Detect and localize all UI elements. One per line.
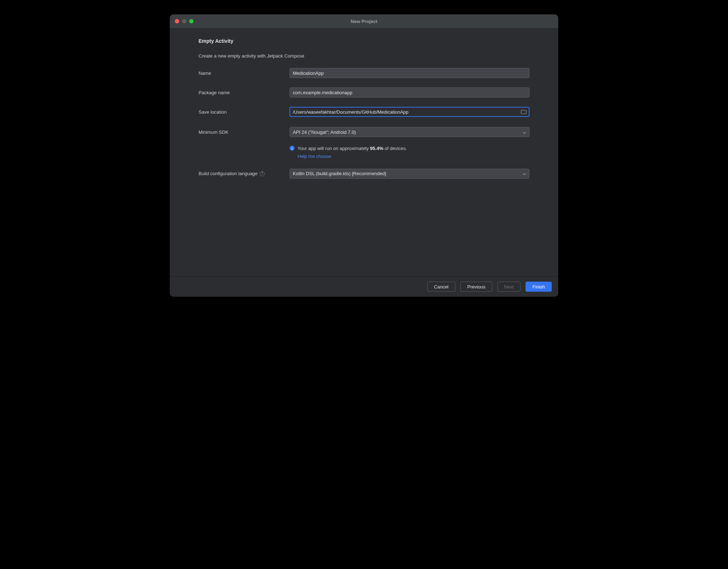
page-heading: Empty Activity [199, 38, 529, 44]
page-description: Create a new empty activity with Jetpack… [199, 53, 529, 59]
browse-folder-icon[interactable] [521, 109, 527, 114]
help-icon[interactable]: ? [260, 171, 265, 176]
window-controls [170, 19, 194, 23]
dialog-content: Empty Activity Create a new empty activi… [170, 28, 558, 276]
sdk-info-text: Your app will run on approximately 95.4%… [297, 145, 407, 152]
package-row: Package name [199, 87, 529, 97]
build-lang-row: Build configuration language ? Kotlin DS… [199, 169, 529, 179]
name-input[interactable] [290, 68, 529, 78]
save-location-input[interactable] [290, 107, 529, 117]
min-sdk-value: API 24 ("Nougat"; Android 7.0) [293, 129, 356, 135]
build-lang-select[interactable]: Kotlin DSL (build.gradle.kts) [Recommend… [290, 169, 529, 179]
min-sdk-label: Minimum SDK [199, 129, 290, 135]
close-window-button[interactable] [175, 19, 179, 23]
info-icon: i [290, 146, 295, 153]
next-button: Next [497, 282, 521, 292]
svg-text:i: i [292, 146, 293, 150]
save-location-row: Save location [199, 107, 529, 117]
finish-button[interactable]: Finish [525, 282, 552, 292]
previous-button[interactable]: Previous [460, 282, 492, 292]
chevron-down-icon [523, 171, 526, 176]
build-lang-value: Kotlin DSL (build.gradle.kts) [Recommend… [293, 171, 386, 176]
maximize-window-button[interactable] [189, 19, 194, 23]
new-project-dialog: New Project Empty Activity Create a new … [170, 14, 558, 297]
sdk-info-block: i Your app will run on approximately 95.… [290, 145, 529, 159]
min-sdk-row: Minimum SDK API 24 ("Nougat"; Android 7.… [199, 127, 529, 137]
package-input[interactable] [290, 87, 529, 97]
cancel-button[interactable]: Cancel [427, 282, 455, 292]
window-title: New Project [170, 19, 558, 24]
titlebar: New Project [170, 14, 558, 28]
package-label: Package name [199, 90, 290, 95]
min-sdk-select[interactable]: API 24 ("Nougat"; Android 7.0) [290, 127, 529, 137]
help-me-choose-link[interactable]: Help me choose [297, 154, 331, 159]
save-location-label: Save location [199, 109, 290, 115]
dialog-footer: Cancel Previous Next Finish [170, 276, 558, 297]
build-lang-label: Build configuration language ? [199, 171, 290, 176]
name-row: Name [199, 68, 529, 78]
minimize-window-button[interactable] [182, 19, 186, 23]
chevron-down-icon [523, 129, 526, 135]
name-label: Name [199, 70, 290, 76]
